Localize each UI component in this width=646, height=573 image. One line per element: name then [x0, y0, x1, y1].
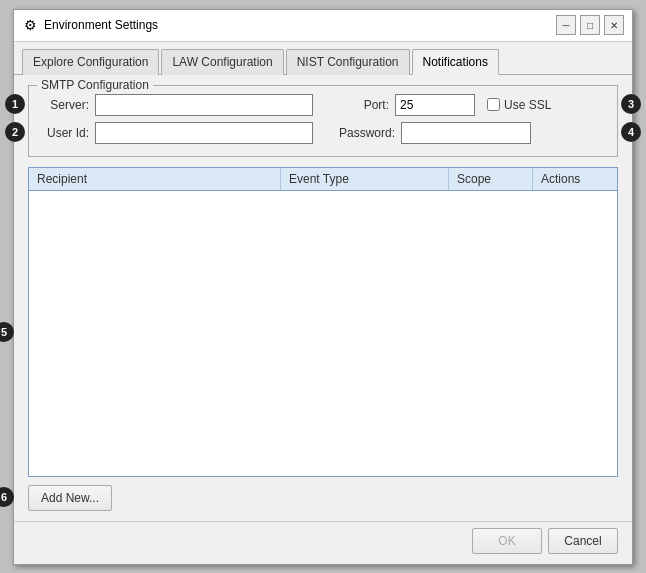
- close-button[interactable]: ✕: [604, 15, 624, 35]
- minimize-button[interactable]: ─: [556, 15, 576, 35]
- table-body: [29, 191, 617, 471]
- userid-input[interactable]: [95, 122, 313, 144]
- col-scope: Scope: [449, 168, 533, 190]
- userid-row: 2 User Id: Password: 4: [39, 122, 607, 144]
- cancel-button[interactable]: Cancel: [548, 528, 618, 554]
- window-controls: ─ □ ✕: [556, 15, 624, 35]
- server-input[interactable]: [95, 94, 313, 116]
- tab-explore[interactable]: Explore Configuration: [22, 49, 159, 75]
- recipients-table: Recipient Event Type Scope Actions: [28, 167, 618, 477]
- callout-6: 6: [0, 487, 14, 507]
- col-recipient: Recipient: [29, 168, 281, 190]
- title-bar: ⚙ Environment Settings ─ □ ✕: [14, 10, 632, 42]
- app-icon: ⚙: [22, 17, 38, 33]
- server-label: Server:: [39, 98, 89, 112]
- maximize-button[interactable]: □: [580, 15, 600, 35]
- server-row: 1 Server: Port: 3 Use SSL: [39, 94, 607, 116]
- use-ssl-checkbox[interactable]: [487, 98, 500, 111]
- tab-law[interactable]: LAW Configuration: [161, 49, 283, 75]
- window-title: Environment Settings: [44, 18, 158, 32]
- tab-content: SMTP Configuration 1 Server: Port: 3 Use…: [14, 75, 632, 521]
- tab-bar: Explore Configuration LAW Configuration …: [14, 42, 632, 75]
- ssl-container: 3 Use SSL: [487, 98, 551, 112]
- table-wrapper: 5 Recipient Event Type Scope Actions: [28, 167, 618, 477]
- col-event-type: Event Type: [281, 168, 449, 190]
- port-input[interactable]: [395, 94, 475, 116]
- col-actions: Actions: [533, 168, 617, 190]
- callout-1: 1: [5, 94, 25, 114]
- userid-label: User Id:: [39, 126, 89, 140]
- tab-notifications[interactable]: Notifications: [412, 49, 499, 75]
- tab-nist[interactable]: NIST Configuration: [286, 49, 410, 75]
- add-new-button[interactable]: Add New...: [28, 485, 112, 511]
- main-window: ⚙ Environment Settings ─ □ ✕ Explore Con…: [13, 9, 633, 565]
- smtp-group-label: SMTP Configuration: [37, 78, 153, 92]
- ok-button[interactable]: OK: [472, 528, 542, 554]
- callout-2: 2: [5, 122, 25, 142]
- password-label: Password:: [339, 126, 395, 140]
- smtp-group: SMTP Configuration 1 Server: Port: 3 Use…: [28, 85, 618, 157]
- callout-3: 3: [621, 94, 641, 114]
- password-input[interactable]: [401, 122, 531, 144]
- dialog-footer: OK Cancel: [14, 521, 632, 564]
- title-bar-left: ⚙ Environment Settings: [22, 17, 158, 33]
- port-label: Port:: [339, 98, 389, 112]
- table-header: Recipient Event Type Scope Actions: [29, 168, 617, 191]
- callout-5: 5: [0, 322, 14, 342]
- callout-4: 4: [621, 122, 641, 142]
- add-row: 6 Add New...: [28, 485, 618, 511]
- ssl-label: Use SSL: [504, 98, 551, 112]
